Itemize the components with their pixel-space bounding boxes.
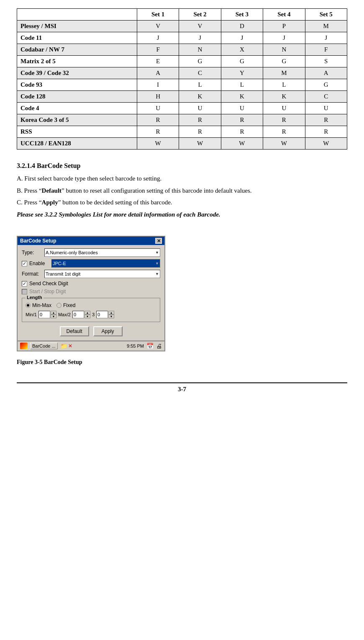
format-label: Format: (22, 271, 42, 277)
format-row: Format: Transmit 1st digit ▼ (22, 270, 160, 278)
send-check-digit-row: Send Check Digit (22, 281, 160, 286)
button-row: Default Apply (22, 326, 160, 336)
row-cell: W (137, 138, 179, 150)
col-header-set1: Set 1 (137, 9, 179, 21)
min-spin-up[interactable]: ▲ (51, 311, 56, 315)
taskbar-x-icon: ✕ (68, 343, 72, 349)
max-spin-down[interactable]: ▼ (85, 315, 90, 318)
start-stop-digit-label: Start / Stop Digit (29, 289, 66, 294)
row-label: Korea Code 3 of 5 (17, 114, 137, 126)
taskbar-time: 9:55 PM (127, 343, 144, 348)
row-cell: J (179, 32, 221, 44)
row-cell: U (179, 103, 221, 114)
dialog-close-button[interactable]: ✕ (155, 238, 162, 244)
send-check-digit-checkbox[interactable] (22, 281, 27, 286)
col-header-set5: Set 5 (305, 9, 347, 21)
row-cell: L (263, 79, 305, 91)
enable-select[interactable]: JPC-E ▼ (51, 259, 160, 268)
min-spin-down[interactable]: ▼ (51, 315, 56, 318)
fixed-spin-box[interactable]: 0 (96, 311, 108, 318)
row-cell: G (263, 56, 305, 67)
row-cell: K (263, 91, 305, 103)
row-cell: A (305, 67, 347, 79)
col-header-set3: Set 3 (221, 9, 263, 21)
radio-fixed[interactable] (56, 303, 62, 308)
page-number: 3-7 (178, 386, 186, 392)
row-cell: L (221, 79, 263, 91)
row-label: UCC128 / EAN128 (17, 138, 137, 150)
enable-checkbox[interactable] (22, 261, 27, 266)
row-cell: K (179, 91, 221, 103)
table-row: Codabar / NW 7FNXNF (17, 44, 347, 56)
col-header-set2: Set 2 (179, 9, 221, 21)
row-cell: R (221, 114, 263, 126)
taskbar-app-btn[interactable]: BarCode ... (30, 343, 58, 349)
taskbar-printer-icon: 🖨 (156, 343, 162, 349)
max-spin-up[interactable]: ▲ (85, 311, 90, 315)
enable-row: Enable JPC-E ▼ (22, 259, 160, 268)
row-label: Code 128 (17, 91, 137, 103)
row-cell: J (137, 32, 179, 44)
table-row: UCC128 / EAN128WWWWW (17, 138, 347, 150)
apply-button[interactable]: Apply (93, 326, 123, 336)
dialog-container: BarCode Setup ✕ Type: A.Numeric-only Bar… (17, 236, 165, 351)
figure-caption: Figure 3-5 BarCode Setup (17, 359, 347, 366)
min-spin-arrows: ▲ ▼ (51, 311, 56, 318)
row-label: Code 4 (17, 103, 137, 114)
min-val: 0 (40, 312, 42, 317)
table-row: Korea Code 3 of 5RRRRR (17, 114, 347, 126)
dialog-titlebar: BarCode Setup ✕ (18, 237, 164, 245)
type-select-arrow: ▼ (155, 250, 159, 255)
row-cell: E (137, 56, 179, 67)
default-button[interactable]: Default (60, 326, 89, 336)
fixed-spin-up[interactable]: ▲ (108, 311, 114, 315)
row-cell: U (137, 103, 179, 114)
start-stop-digit-checkbox[interactable] (22, 289, 27, 294)
radio-fixed-label: Fixed (63, 302, 75, 308)
row-cell: R (137, 126, 179, 138)
fixed-spin-arrows: ▲ ▼ (108, 311, 114, 318)
row-cell: J (221, 32, 263, 44)
table-row: Code 93ILLLG (17, 79, 347, 91)
row-cell: P (263, 21, 305, 32)
type-row: Type: A.Numeric-only Barcodes ▼ (22, 248, 160, 257)
radio-min-max[interactable] (26, 303, 31, 308)
table-row: Plessey / MSIVVDPM (17, 21, 347, 32)
dialog-title: BarCode Setup (20, 238, 56, 244)
row-cell: W (221, 138, 263, 150)
table-row: Matrix 2 of 5EGGGS (17, 56, 347, 67)
row-label: Matrix 2 of 5 (17, 56, 137, 67)
row-cell: H (137, 91, 179, 103)
row-cell: I (137, 79, 179, 91)
row-cell: R (305, 126, 347, 138)
row-cell: C (179, 67, 221, 79)
row-cell: U (305, 103, 347, 114)
row-cell: A (137, 67, 179, 79)
fixed-spin-down[interactable]: ▼ (108, 315, 114, 318)
row-cell: R (179, 114, 221, 126)
max-val: 0 (74, 312, 76, 317)
format-select[interactable]: Transmit 1st digit ▼ (44, 270, 160, 278)
row-cell: R (137, 114, 179, 126)
barcode-table: Set 1 Set 2 Set 3 Set 4 Set 5 Plessey / … (17, 8, 347, 150)
page-footer: 3-7 (17, 382, 347, 393)
row-cell: W (179, 138, 221, 150)
taskbar: BarCode ... 📁 ✕ 9:55 PM 📅 🖨 (18, 341, 164, 351)
row-cell: D (221, 21, 263, 32)
start-stop-digit-row: Start / Stop Digit (22, 289, 160, 294)
row-cell: M (263, 67, 305, 79)
row-cell: W (305, 138, 347, 150)
section-heading: 3.2.1.4 BarCode Setup (17, 162, 347, 170)
row-cell: N (179, 44, 221, 56)
row-cell: G (221, 56, 263, 67)
min-spin-box[interactable]: 0 (38, 311, 50, 318)
max-spin-box[interactable]: 0 (72, 311, 84, 318)
table-row: Code 4UUUUU (17, 103, 347, 114)
row-cell: R (305, 114, 347, 126)
taskbar-cal-icon: 📅 (146, 343, 154, 349)
row-cell: U (221, 103, 263, 114)
row-label: RSS (17, 126, 137, 138)
min-label: Min/1 (26, 312, 37, 317)
minmax-row: Min/1 0 ▲ ▼ Max/2 0 (26, 311, 156, 318)
type-select[interactable]: A.Numeric-only Barcodes ▼ (44, 248, 160, 257)
